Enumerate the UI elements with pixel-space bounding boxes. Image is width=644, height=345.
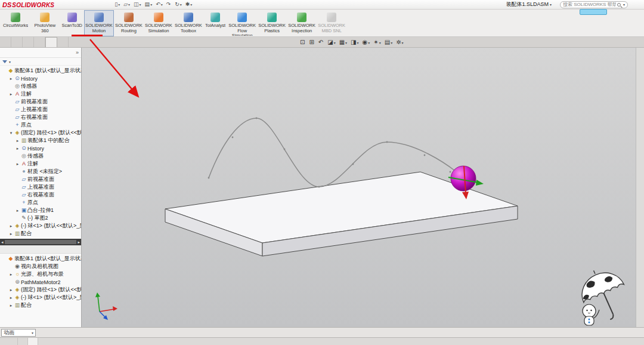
tree-item[interactable]: ◉ 视向及相机视图 xyxy=(0,263,81,270)
tab-solidworks-addins[interactable] xyxy=(45,37,57,47)
tree-item[interactable]: ▸ ◈ (固定) 路径<1> (默认<<默认> xyxy=(0,286,81,294)
tree-item[interactable]: ▸ ⊙ History xyxy=(0,75,81,82)
menu-item[interactable] xyxy=(102,4,109,5)
addin-flow-simulation[interactable]: SOLIDWORKS Flow Simulation xyxy=(227,10,257,36)
expand-arrow-icon[interactable]: ▸ xyxy=(8,288,14,292)
help-search-input[interactable]: 搜索 SOLIDWORKS 帮助 ▾ xyxy=(560,1,628,8)
tree-item[interactable]: ✎ (-) 草图2 xyxy=(0,214,81,222)
edit-appearance-icon[interactable]: ✶▾ xyxy=(373,39,380,45)
addin-tolanalyst[interactable]: TolAnalyst xyxy=(203,10,227,36)
undo-button[interactable]: ↶▾ xyxy=(154,2,165,7)
zoom-area-icon[interactable]: ⊞ xyxy=(309,39,314,45)
expand-arrow-icon[interactable]: ▸ xyxy=(8,295,14,300)
rebuild-button[interactable]: ↻▾ xyxy=(173,2,184,7)
tab-layout[interactable] xyxy=(11,37,23,47)
addin-scanto3d[interactable]: ScanTo3D xyxy=(60,10,84,36)
redo-button[interactable]: ↷ xyxy=(165,2,174,7)
expand-arrow-icon[interactable]: ▾ xyxy=(8,131,14,135)
menu-item[interactable] xyxy=(88,4,95,5)
tree-item[interactable]: ▸ ◈ (-) 球<1> (默认<<默认>_显示状 xyxy=(0,222,81,230)
document-title[interactable]: 装配体1.SLDASM ▾ xyxy=(506,1,552,8)
panel-expand-icon[interactable]: » xyxy=(76,50,79,56)
tab-evaluate[interactable] xyxy=(34,37,45,47)
apply-scene-icon[interactable]: ▤▾ xyxy=(385,39,392,45)
menu-item[interactable] xyxy=(73,4,80,5)
tree-item[interactable]: ▸ ▥ 配合 xyxy=(0,230,81,238)
tree-item[interactable]: ▱ 右视基准面 xyxy=(0,113,81,121)
tab-solidworks-mbd[interactable] xyxy=(57,37,69,47)
menu-item[interactable] xyxy=(80,4,88,5)
tree-item[interactable]: ▱ 右视基准面 xyxy=(0,191,81,199)
tree-item[interactable]: ◎ 传感器 xyxy=(0,82,81,90)
expand-arrow-icon[interactable]: ▸ xyxy=(8,92,14,97)
tree-item[interactable]: ● 材质 <未指定> xyxy=(0,168,81,175)
display-style-icon[interactable]: ◨▾ xyxy=(351,39,358,45)
addin-circuitworks[interactable]: CircuitWorks xyxy=(1,10,30,36)
print-button[interactable]: ▤▾ xyxy=(143,2,154,7)
open-file-button[interactable]: ▱▾ xyxy=(122,2,132,7)
tab-3d-views[interactable] xyxy=(18,338,28,345)
tree-horizontal-scrollbar[interactable]: ◂ ▸ xyxy=(0,239,81,245)
expand-arrow-icon[interactable]: ▸ xyxy=(8,232,14,236)
tab-model[interactable] xyxy=(8,338,18,345)
study-type-select[interactable]: 动画 ▾ xyxy=(1,329,36,337)
expand-arrow-icon[interactable]: ▸ xyxy=(8,224,14,229)
tree-item[interactable]: + 原点 xyxy=(0,199,81,207)
tree-item[interactable]: ⊚ PathMateMotor2 xyxy=(0,278,81,286)
previous-view-icon[interactable]: ↶ xyxy=(318,39,324,45)
tree-item[interactable]: ▸ A 注解 xyxy=(0,90,81,98)
tree-item[interactable]: ▸ ▣ 凸台-拉伸1 xyxy=(0,207,81,214)
scrollbar-thumb[interactable] xyxy=(5,240,77,244)
new-file-button[interactable]: ▯▾ xyxy=(113,2,122,7)
tree-item[interactable]: ▱ 前视基准面 xyxy=(0,98,81,106)
tree-item[interactable]: ▸ ⊙ History xyxy=(0,144,81,152)
expand-arrow-icon[interactable]: ▸ xyxy=(8,76,14,81)
expand-arrow-icon[interactable]: ▸ xyxy=(15,138,20,143)
addin-mbd-snl[interactable]: SOLIDWORKS MBD SNL xyxy=(317,10,346,36)
search-icon[interactable] xyxy=(617,3,621,7)
addin-photoview-360[interactable]: PhotoView 360 xyxy=(30,10,60,36)
tree-item[interactable]: + 原点 xyxy=(0,121,81,129)
view-orientation-icon[interactable]: ▦▾ xyxy=(339,39,347,45)
menu-item[interactable] xyxy=(59,4,66,5)
zoom-fit-icon[interactable]: ⊡ xyxy=(300,39,305,45)
addin-solidworks-toolbox[interactable]: SOLIDWORKS Toolbox xyxy=(174,10,203,36)
graphics-viewport[interactable] xyxy=(82,48,636,327)
scroll-left-icon[interactable]: ◂ xyxy=(1,240,4,245)
expand-arrow-icon[interactable]: ▸ xyxy=(15,146,20,151)
addin-solidworks-simulation[interactable]: SOLIDWORKS Simulation xyxy=(144,10,174,36)
tab-motion-study-1[interactable] xyxy=(28,338,38,345)
view-settings-icon[interactable]: ✲▾ xyxy=(396,39,403,45)
tree-item[interactable]: ▸ A 注解 xyxy=(0,160,81,168)
save-button[interactable]: ◫▾ xyxy=(132,2,143,7)
tree-item[interactable]: ▸ ☼ 光源、相机与布景 xyxy=(0,270,81,278)
expand-arrow-icon[interactable]: ▸ xyxy=(8,272,14,277)
expand-arrow-icon[interactable]: ▸ xyxy=(8,303,14,308)
menu-item[interactable] xyxy=(95,4,102,5)
tree-item[interactable]: ▱ 上视基准面 xyxy=(0,106,81,113)
scroll-right-icon[interactable]: ▸ xyxy=(78,240,80,245)
tree-item[interactable]: ▸ ▥ 配合 xyxy=(0,301,81,309)
tree-item[interactable]: ▱ 上视基准面 xyxy=(0,183,81,191)
tree-item[interactable]: ▸ ▥ 装配体1 中的配合 xyxy=(0,137,81,144)
addin-solidworks-routing[interactable]: SOLIDWORKS Routing xyxy=(114,10,144,36)
tab-sketch[interactable] xyxy=(23,37,34,47)
tree-item[interactable]: ▸ ◈ (-) 球<1> (默认<<默认>_显示状 xyxy=(0,294,81,301)
filter-caret-icon[interactable]: ▾ xyxy=(9,60,11,64)
addin-plastics[interactable]: SOLIDWORKS Plastics xyxy=(257,10,287,36)
hide-show-items-icon[interactable]: ◉▾ xyxy=(363,39,370,45)
tree-item[interactable]: ▱ 前视基准面 xyxy=(0,175,81,183)
search-dropdown-icon[interactable]: ▾ xyxy=(623,2,625,7)
expand-arrow-icon[interactable]: ▸ xyxy=(15,208,20,213)
tree-item[interactable]: ◎ 传感器 xyxy=(0,152,81,160)
tree-item[interactable]: ◆ 装配体1 (默认<默认_显示状态-1>) xyxy=(0,255,81,263)
tree-item[interactable]: ▾ ◈ (固定) 路径<1> (默认<<默认>_显 xyxy=(0,129,81,137)
tree-item[interactable]: ◆ 装配体1 (默认<默认_显示状态-1>) xyxy=(0,67,81,75)
tab-assembly[interactable] xyxy=(0,37,11,47)
options-button[interactable]: ✱▾ xyxy=(184,2,194,7)
addin-solidworks-motion[interactable]: SOLIDWORKS Motion xyxy=(84,10,114,36)
expand-arrow-icon[interactable]: ▸ xyxy=(15,162,20,167)
section-view-icon[interactable]: ◪▾ xyxy=(327,39,335,45)
filter-funnel-icon[interactable] xyxy=(2,60,7,63)
menu-item[interactable] xyxy=(66,4,73,5)
